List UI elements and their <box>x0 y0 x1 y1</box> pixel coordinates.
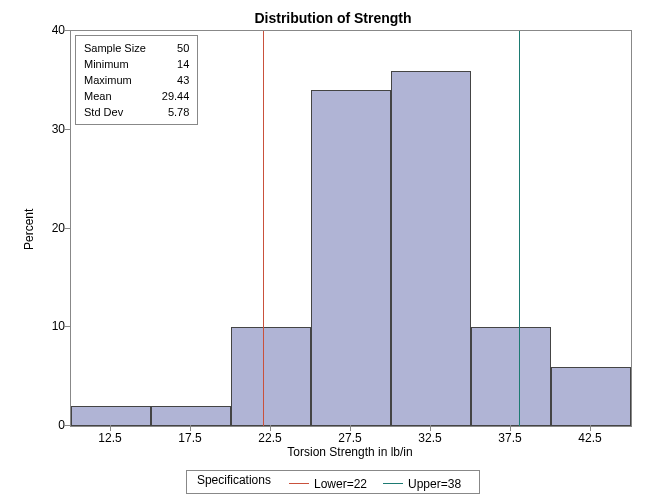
legend-label: Lower=22 <box>314 477 367 491</box>
y-tick-label: 20 <box>35 221 65 235</box>
histogram-bar <box>391 71 471 427</box>
stats-label: Minimum <box>84 57 150 71</box>
histogram-bar <box>71 406 151 426</box>
y-tick-label: 30 <box>35 122 65 136</box>
x-tick-label: 27.5 <box>330 431 370 445</box>
histogram-bar <box>151 406 231 426</box>
legend-label: Upper=38 <box>408 477 461 491</box>
lower-spec-line <box>263 31 264 426</box>
stats-value: 29.44 <box>152 89 190 103</box>
x-tick-label: 17.5 <box>170 431 210 445</box>
x-tick <box>510 425 511 431</box>
stats-value: 50 <box>152 41 190 55</box>
x-axis-label: Torsion Strength in lb/in <box>70 445 630 459</box>
stats-value: 43 <box>152 73 190 87</box>
x-tick <box>190 425 191 431</box>
y-tick <box>64 425 70 426</box>
stats-label: Mean <box>84 89 150 103</box>
legend-swatch <box>289 483 309 484</box>
histogram-bar <box>551 367 631 426</box>
legend-box: SpecificationsLower=22Upper=38 <box>186 470 480 494</box>
stats-label: Std Dev <box>84 105 150 119</box>
y-axis-label: Percent <box>22 209 36 250</box>
stats-box: Sample Size50Minimum14Maximum43Mean29.44… <box>75 35 198 125</box>
y-tick <box>64 228 70 229</box>
legend-item-lower: Lower=22 <box>289 477 367 491</box>
histogram-bar <box>311 90 391 426</box>
y-tick-label: 40 <box>35 23 65 37</box>
x-tick-label: 12.5 <box>90 431 130 445</box>
y-tick-label: 10 <box>35 319 65 333</box>
y-tick <box>64 326 70 327</box>
legend-item-upper: Upper=38 <box>383 477 461 491</box>
legend: SpecificationsLower=22Upper=38 <box>0 470 666 494</box>
histogram-bar <box>231 327 311 426</box>
x-tick-label: 42.5 <box>570 431 610 445</box>
x-tick <box>590 425 591 431</box>
stats-label: Maximum <box>84 73 150 87</box>
y-tick <box>64 129 70 130</box>
x-tick <box>110 425 111 431</box>
legend-title: Specifications <box>197 473 271 487</box>
x-tick-label: 32.5 <box>410 431 450 445</box>
plot-area: Sample Size50Minimum14Maximum43Mean29.44… <box>70 30 632 427</box>
x-tick-label: 22.5 <box>250 431 290 445</box>
y-tick-label: 0 <box>35 418 65 432</box>
x-tick <box>270 425 271 431</box>
y-tick <box>64 30 70 31</box>
stats-label: Sample Size <box>84 41 150 55</box>
upper-spec-line <box>519 31 520 426</box>
x-tick <box>430 425 431 431</box>
legend-swatch <box>383 483 403 484</box>
chart-container: Distribution of Strength Sample Size50Mi… <box>0 0 666 500</box>
stats-value: 5.78 <box>152 105 190 119</box>
histogram-bar <box>471 327 551 426</box>
x-tick <box>350 425 351 431</box>
x-tick-label: 37.5 <box>490 431 530 445</box>
stats-value: 14 <box>152 57 190 71</box>
chart-title: Distribution of Strength <box>0 10 666 26</box>
